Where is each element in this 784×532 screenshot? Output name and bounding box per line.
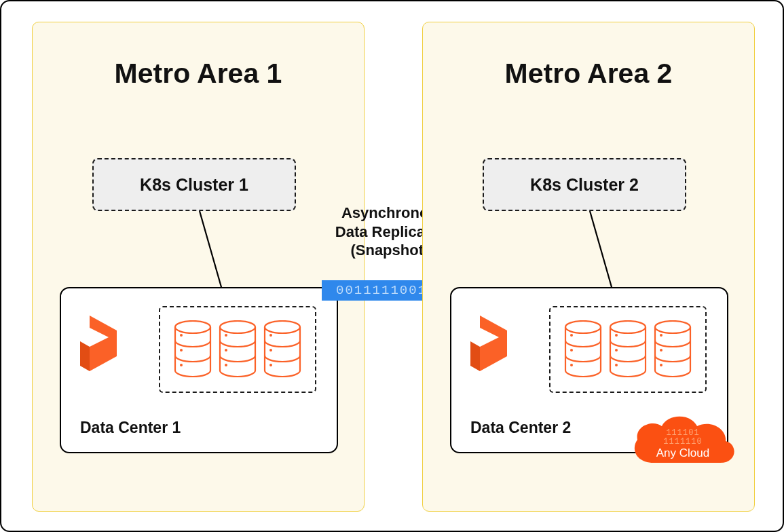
database-icon	[173, 320, 212, 379]
cloud-binary-text: 111101 1111110	[625, 429, 741, 446]
svg-point-26	[660, 349, 662, 352]
k8s-cluster-1-label: K8s Cluster 1	[140, 175, 248, 195]
cloud-label: Any Cloud	[625, 446, 741, 460]
svg-point-11	[269, 334, 272, 337]
svg-point-16	[565, 321, 601, 333]
pure-storage-icon	[77, 316, 122, 382]
svg-point-12	[269, 349, 272, 352]
pure-storage-icon	[468, 316, 512, 382]
svg-point-6	[220, 321, 255, 333]
database-icon	[263, 320, 302, 379]
svg-point-2	[175, 321, 210, 333]
svg-point-5	[180, 364, 183, 366]
storage-group-1	[159, 306, 316, 393]
k8s-cluster-2-label: K8s Cluster 2	[530, 175, 639, 195]
svg-point-21	[615, 334, 618, 337]
data-center-1-box: Data Center 1	[60, 287, 338, 453]
svg-point-7	[225, 334, 227, 337]
svg-point-22	[615, 349, 618, 352]
database-icon	[608, 320, 648, 379]
database-icon	[563, 320, 603, 379]
svg-point-19	[570, 364, 573, 366]
svg-point-24	[655, 321, 690, 333]
svg-point-13	[269, 364, 272, 366]
metro-area-2-title: Metro Area 2	[423, 58, 754, 90]
svg-point-9	[225, 364, 227, 366]
data-center-2-box: Data Center 2 111101 1111110 Any Cloud	[450, 287, 728, 453]
data-center-1-label: Data Center 1	[80, 419, 181, 437]
svg-point-17	[570, 334, 573, 337]
metro-area-2: Metro Area 2 K8s Cluster 2	[422, 22, 755, 512]
svg-point-4	[180, 349, 183, 352]
svg-point-20	[610, 321, 646, 333]
binary-stream-text: 0011111001	[336, 283, 427, 298]
svg-point-3	[180, 334, 183, 337]
k8s-cluster-1-box: K8s Cluster 1	[92, 158, 296, 211]
storage-group-2	[549, 306, 707, 393]
svg-point-10	[265, 321, 300, 333]
data-center-2-label: Data Center 2	[470, 419, 571, 437]
svg-point-25	[660, 334, 662, 337]
metro-area-1-title: Metro Area 1	[33, 58, 364, 90]
svg-line-0	[200, 211, 224, 297]
metro-area-1: Metro Area 1 K8s Cluster 1	[32, 22, 365, 512]
database-icon	[653, 320, 692, 379]
svg-point-8	[225, 349, 227, 352]
svg-point-23	[615, 364, 618, 366]
diagram-canvas: Metro Area 1 K8s Cluster 1	[0, 0, 784, 532]
any-cloud-badge: 111101 1111110 Any Cloud	[625, 410, 741, 475]
k8s-cluster-2-box: K8s Cluster 2	[483, 158, 686, 211]
database-icon	[218, 320, 257, 379]
svg-line-14	[590, 211, 614, 297]
svg-point-27	[660, 364, 662, 366]
svg-point-18	[570, 349, 573, 352]
